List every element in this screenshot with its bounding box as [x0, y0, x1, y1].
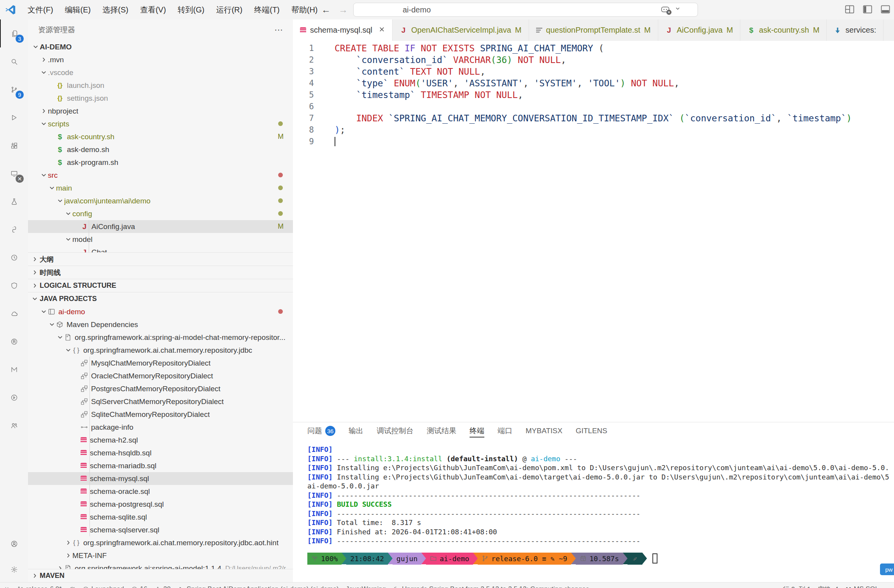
jp-org-springframework-ai-spring-ai-model-c[interactable]: org.springframework.ai:spring-ai-model-c… — [28, 331, 293, 344]
activity-python[interactable] — [0, 215, 28, 243]
activity-security[interactable] — [0, 271, 28, 299]
file-model[interactable]: model — [28, 233, 293, 246]
views-more-actions-button[interactable]: ⋯ — [274, 25, 283, 35]
jp-sqlitechatmemoryrepositorydialect[interactable]: SqliteChatMemoryRepositoryDialect — [28, 408, 293, 421]
panel-tab-item[interactable]: 输出 — [349, 422, 363, 439]
status-remote[interactable] — [0, 585, 14, 588]
section-java-projects[interactable]: JAVA PROJECTS — [28, 292, 293, 305]
activity-remote-explorer[interactable]: ✕ — [0, 159, 28, 187]
status-cursor-position[interactable]: 行 9, 列 1 — [779, 585, 814, 588]
activity-history[interactable] — [0, 243, 28, 271]
menu-t[interactable]: 终端(T) — [248, 0, 286, 19]
command-center-search[interactable] — [353, 3, 698, 17]
jp-org-springframework-ai-spring-ai-model-1[interactable]: org.springframework.ai:spring-ai-model:1… — [28, 562, 293, 569]
jp-org-springframework-ai-chat-memory-repos[interactable]: { }org.springframework.ai.chat.memory.re… — [28, 536, 293, 549]
activity-settings[interactable] — [0, 556, 28, 582]
menu-g[interactable]: 转到(G) — [172, 0, 210, 19]
activity-live-share[interactable] — [0, 411, 28, 439]
status-spring-boot-run[interactable]: Spring Boot AiDemoApplication (ai-demo) … — [174, 585, 342, 588]
activity-extensions[interactable] — [0, 131, 28, 159]
terminal-profile-badge[interactable]: pw — [880, 564, 894, 575]
file-ask-country-sh[interactable]: $ask-country.shM — [28, 130, 293, 143]
menu-f[interactable]: 文件(F) — [22, 0, 59, 19]
panel-tab-mybatisx[interactable]: MYBATISX — [526, 422, 563, 439]
code-editor[interactable]: 1CREATE TABLE IF NOT EXISTS SPRING_AI_CH… — [293, 41, 894, 424]
status-problems-warnings[interactable]: 20 — [151, 585, 174, 588]
activity-testing[interactable] — [0, 187, 28, 215]
file-config[interactable]: config — [28, 207, 293, 220]
jp-schema-mysql-sql[interactable]: schema-mysql.sql — [28, 472, 293, 485]
status-git-sync[interactable] — [65, 585, 79, 588]
activity-source-control[interactable]: 9 — [0, 75, 28, 103]
activity-r-lang[interactable] — [0, 327, 28, 355]
jp-oraclechatmemoryrepositorydialect[interactable]: OracleChatMemoryRepositoryDialect — [28, 369, 293, 382]
jp-meta-inf[interactable]: META-INF — [28, 549, 293, 562]
toggle-primary-sidebar-icon[interactable] — [862, 4, 873, 15]
jp-schema-sqlserver-sql[interactable]: schema-sqlserver.sql — [28, 523, 293, 536]
tab-schema-mysql-sql[interactable]: schema-mysql.sql — [293, 19, 393, 41]
toggle-panel-icon[interactable] — [880, 4, 891, 15]
tab-questionprompttemplate-st[interactable]: questionPromptTemplate.stM — [529, 19, 658, 41]
file-settings-json[interactable]: {}settings.json — [28, 92, 293, 105]
section-item[interactable]: 时间线 — [28, 266, 293, 279]
customize-layout-icon[interactable] — [844, 4, 855, 15]
panel-tab-item[interactable]: 测试结果 — [427, 422, 456, 439]
status-git-branch[interactable]: release-6.0* — [14, 585, 65, 588]
jp-package-info[interactable]: package-info — [28, 421, 293, 434]
file-src[interactable]: src — [28, 169, 293, 182]
status-upgrade-progress[interactable]: Upgrade Spring Boot from 2.5.12 to 2.5.1… — [389, 585, 598, 588]
status-launchpad[interactable]: Launchpad — [79, 585, 128, 588]
menu-s[interactable]: 选择(S) — [96, 0, 134, 19]
jp-schema-oracle-sql[interactable]: schema-oracle.sql — [28, 485, 293, 498]
activity-mybatisx[interactable] — [0, 355, 28, 383]
jp-schema-hsqldb-sql[interactable]: schema-hsqldb.sql — [28, 446, 293, 459]
status-language-mode[interactable]: { }MS SQL — [842, 585, 882, 588]
menu-r[interactable]: 运行(R) — [210, 0, 248, 19]
tab-ask-country-sh[interactable]: $ask-country.shM — [740, 19, 827, 41]
terminal-output[interactable]: [INFO][INFO] --- install:3.1.4:install (… — [293, 439, 894, 546]
tab-aiconfig-java[interactable]: JAiConfig.javaM — [658, 19, 741, 41]
section-maven[interactable]: MAVEN — [28, 569, 293, 582]
jp-schema-h2-sql[interactable]: schema-h2.sql — [28, 434, 293, 446]
section-item[interactable]: 大纲 — [28, 252, 293, 266]
file-launch-json[interactable]: {}launch.json — [28, 79, 293, 92]
panel-tab-item[interactable]: 端口 — [498, 422, 512, 439]
copilot-menu[interactable]: ✕ — [661, 5, 681, 14]
file-scripts[interactable]: scripts — [28, 117, 293, 130]
menu-e[interactable]: 编辑(E) — [59, 0, 97, 19]
jp-maven-dependencies[interactable]: Maven Dependencies — [28, 318, 293, 331]
jp-sqlserverchatmemoryrepositorydialect[interactable]: SqlServerChatMemoryRepositoryDialect — [28, 395, 293, 408]
tab-openaichatserviceimpl-java[interactable]: JOpenAIChatServiceImpl.javaM — [393, 19, 529, 41]
activity-cloud[interactable] — [0, 299, 28, 327]
panel-tab-item[interactable]: 调试控制台 — [377, 422, 414, 439]
activity-explorer[interactable]: 3 — [0, 19, 28, 47]
status-indentation[interactable]: 空格: 4 — [814, 585, 842, 588]
jp-schema-sqlite-sql[interactable]: schema-sqlite.sql — [28, 511, 293, 523]
jp-ai-demo[interactable]: ai-demo — [28, 305, 293, 318]
jp-schema-postgresql-sql[interactable]: schema-postgresql.sql — [28, 498, 293, 511]
jp-postgreschatmemoryrepositorydialect[interactable]: PostgresChatMemoryRepositoryDialect — [28, 382, 293, 395]
activity-run-debug[interactable] — [0, 103, 28, 131]
file-mvn[interactable]: .mvn — [28, 53, 293, 66]
status-java-status[interactable]: Java:Warning — [342, 585, 389, 588]
file-aiconfig-java[interactable]: JAiConfig.javaM — [28, 220, 293, 233]
activity-search[interactable] — [0, 47, 28, 75]
status-problems-errors[interactable]: 16 — [128, 585, 151, 588]
file-ask-demo-sh[interactable]: $ask-demo.sh — [28, 143, 293, 156]
menu-v[interactable]: 查看(V) — [134, 0, 172, 19]
file-chat[interactable]: JChat — [28, 246, 293, 252]
menu-h[interactable]: 帮助(H) — [286, 0, 324, 19]
jp-org-springframework-ai-chat-memory-repos[interactable]: { }org.springframework.ai.chat.memory.re… — [28, 344, 293, 357]
close-icon[interactable] — [376, 26, 385, 35]
file-ai-demo[interactable]: AI-DEMO — [28, 40, 293, 53]
activity-gradle[interactable] — [0, 383, 28, 411]
file-nbproject[interactable]: nbproject — [28, 105, 293, 117]
activity-account[interactable] — [0, 531, 28, 556]
jp-mysqlchatmemoryrepositorydialect[interactable]: MysqlChatMemoryRepositoryDialect — [28, 357, 293, 369]
forward-button[interactable]: → — [336, 4, 350, 15]
panel-tab-gitlens[interactable]: GITLENS — [576, 422, 607, 439]
file-main[interactable]: main — [28, 182, 293, 194]
file-ask-program-sh[interactable]: $ask-program.sh — [28, 156, 293, 169]
section-logical-structure[interactable]: LOGICAL STRUCTURE — [28, 279, 293, 292]
tab-services[interactable]: services: — [827, 19, 883, 41]
